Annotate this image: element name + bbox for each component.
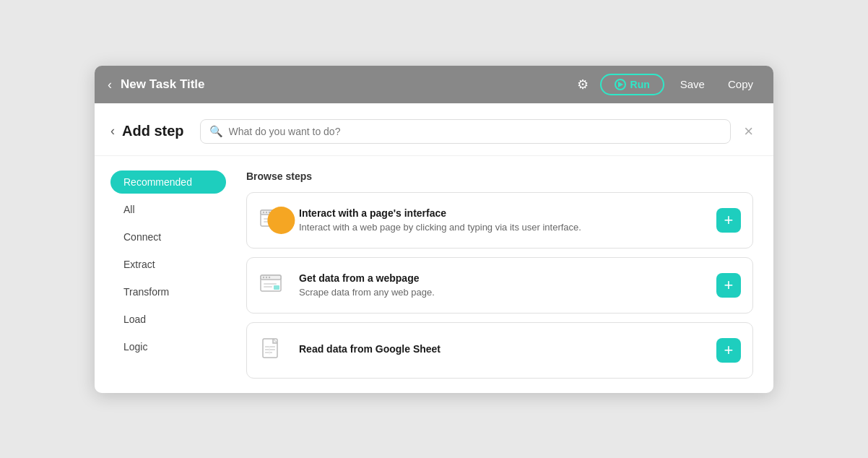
google-sheet-icon	[259, 337, 287, 364]
dialog-title: Add step	[122, 123, 184, 139]
svg-point-10	[266, 276, 267, 277]
topbar-back-button[interactable]: ‹	[108, 78, 112, 91]
svg-rect-13	[264, 286, 272, 288]
step-sheet-title: Read data from Google Sheet	[299, 343, 706, 355]
svg-rect-14	[274, 285, 279, 290]
svg-point-9	[263, 276, 264, 277]
play-triangle-icon	[618, 82, 623, 87]
step-getdata-desc: Scrape data from any web page.	[299, 287, 706, 298]
step-card-googlesheet: Read data from Google Sheet +	[246, 322, 753, 379]
sidebar-item-extract[interactable]: Extract	[110, 253, 226, 276]
run-label: Run	[630, 79, 650, 90]
svg-rect-16	[265, 346, 275, 347]
gear-button[interactable]: ⚙	[577, 77, 589, 92]
svg-rect-17	[265, 349, 275, 350]
step-getdata-title: Get data from a webpage	[299, 272, 706, 284]
dialog-body: Recommended All Connect Extract Transfor…	[95, 156, 773, 393]
sidebar-item-connect[interactable]: Connect	[110, 225, 226, 249]
svg-rect-12	[264, 283, 277, 285]
browser-extract-icon	[259, 272, 287, 299]
top-bar: ‹ New Task Title ⚙ Run Save Copy	[95, 66, 773, 103]
add-sheet-button[interactable]: +	[716, 338, 741, 363]
search-wrapper: 🔍	[200, 119, 732, 144]
sidebar-item-recommended[interactable]: Recommended	[110, 170, 226, 194]
sidebar-item-load[interactable]: Load	[110, 308, 226, 331]
step-interact-text: Interact with a page's interface Interac…	[299, 207, 706, 233]
svg-point-11	[269, 276, 270, 277]
sidebar-item-all[interactable]: All	[110, 198, 226, 221]
step-getdata-text: Get data from a webpage Scrape data from…	[299, 272, 706, 298]
step-card-getdata: Get data from a webpage Scrape data from…	[246, 257, 753, 314]
dialog-header: ‹ Add step 🔍 ×	[95, 103, 773, 156]
task-title: New Task Title	[121, 77, 568, 92]
step-sheet-text: Read data from Google Sheet	[299, 343, 706, 358]
steps-area: Browse steps	[246, 170, 753, 379]
save-button[interactable]: Save	[673, 74, 712, 94]
gear-icon: ⚙	[577, 77, 589, 92]
step-icon-getdata	[257, 269, 289, 301]
run-button[interactable]: Run	[600, 74, 664, 95]
svg-point-3	[266, 211, 267, 212]
add-step-dialog: ‹ Add step 🔍 × Recommended All Connect E…	[95, 103, 773, 393]
orange-circle-icon	[267, 207, 295, 234]
search-input[interactable]	[229, 126, 722, 137]
add-getdata-button[interactable]: +	[716, 273, 741, 298]
svg-point-2	[263, 211, 264, 212]
browse-label: Browse steps	[246, 170, 753, 182]
dialog-back-button[interactable]: ‹	[110, 124, 115, 139]
step-interact-title: Interact with a page's interface	[299, 207, 706, 219]
sidebar: Recommended All Connect Extract Transfor…	[110, 170, 226, 379]
step-icon-interact	[257, 204, 289, 236]
copy-button[interactable]: Copy	[721, 74, 760, 94]
step-card-interact: Interact with a page's interface Interac…	[246, 192, 753, 249]
close-button[interactable]: ×	[744, 124, 753, 139]
run-icon	[615, 79, 626, 90]
add-interact-button[interactable]: +	[716, 208, 741, 233]
step-icon-sheet	[257, 334, 289, 366]
search-icon: 🔍	[209, 125, 223, 138]
main-container: ‹ New Task Title ⚙ Run Save Copy ‹ Add s…	[95, 66, 773, 393]
svg-rect-18	[265, 352, 272, 353]
sidebar-item-logic[interactable]: Logic	[110, 335, 226, 358]
sidebar-item-transform[interactable]: Transform	[110, 280, 226, 303]
step-interact-desc: Interact with a web page by clicking and…	[299, 222, 706, 233]
